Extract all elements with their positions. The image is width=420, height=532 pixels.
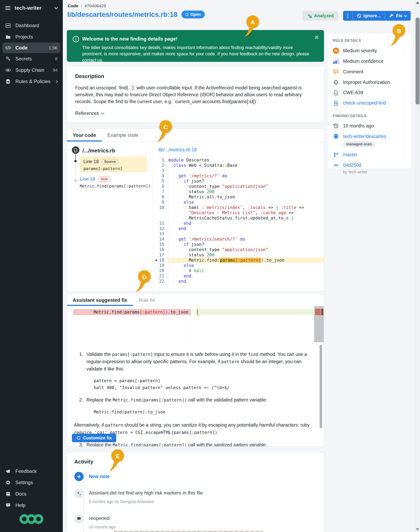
fix-panel-scrollbar[interactable] [320,345,322,428]
code-line: 17 status 200 [152,252,324,258]
description-body: Found an unscoped `find(...)` with user-… [75,84,316,105]
references-toggle[interactable]: References [75,111,316,116]
diff-minimap-scrollbar[interactable] [314,306,324,342]
book-icon [5,491,11,497]
description-card: Description Found an unscoped `find(...)… [67,66,324,123]
sidebar: tech-writer Dashboard Projects Code [0,0,63,532]
trace-connector [75,163,76,180]
activity-item: Assistant did not find any high risk mar… [74,489,316,504]
scroll-up-arrow[interactable] [416,2,419,4]
fix-diff: Metric.find(params[:pattern]).to_json [67,306,324,342]
code-line: MetricCacheStatus.first.updated_at.to_s … [152,216,324,221]
folder-icon [5,34,11,40]
document-icon [333,90,339,95]
menu-icon[interactable] [5,8,11,8]
sidebar-item-help[interactable]: ? Help [0,500,63,511]
sidebar-item-projects[interactable]: Projects [0,31,63,43]
kebab-icon [347,13,348,18]
trace-source-code: params[:pattern] [83,166,143,171]
tab-example-code[interactable]: Example code [102,129,144,141]
sidebar-item-feedback[interactable]: Feedback [0,466,63,477]
ignore-button[interactable]: Ignore... [352,11,385,21]
sparkle-check-icon [307,13,312,18]
repo-link[interactable]: tech-writer/descartes [343,134,386,139]
code-line-finding: 18 Metric.find(params[:pattern]).to_json [152,258,324,263]
sidebar-item-label: Projects [15,34,58,40]
tab-rule-fix[interactable]: Rule fix [133,295,160,306]
sidebar-item-docs[interactable]: Docs [0,488,63,500]
rule-name-link[interactable]: check-unscoped-find [343,100,386,106]
crosshair-icon [333,79,339,85]
diff-after-pane [197,306,314,342]
status-badge[interactable]: Open [181,11,205,18]
sidebar-item-label: Docs [15,491,58,497]
fix-instruction-block: 1.Validate the params[:pattern] input to… [79,351,315,373]
scroll-down-arrow[interactable] [416,528,419,530]
help-icon: ? [5,503,11,508]
code-line: 21 end [152,273,324,279]
more-actions-button[interactable] [343,11,352,21]
trace-sink-dot [74,179,77,182]
chevron-right-icon [55,80,58,83]
code-card: Your code Example code /.../metrics.rb L… [67,129,324,291]
key-icon [5,56,11,62]
code-icon [5,45,11,50]
scrollbar-thumb[interactable] [416,17,420,105]
sidebar-item-dashboard[interactable]: Dashboard [0,20,63,31]
open-circle-icon [185,13,189,16]
repo-row: tech-writer/descartes [333,134,406,139]
sidebar-item-label: Secrets [15,56,51,62]
chevron-down-icon [404,14,407,17]
fix-button[interactable]: Fix [385,11,411,21]
trace-sink-step[interactable]: Line 18 Sink Metric.find(params[:pattern… [80,176,150,188]
sidebar-item-label: Settings [15,480,58,485]
sidebar-item-secrets[interactable]: Secrets 8 [0,53,63,64]
code-line: 19 else [152,263,324,268]
breadcrumb-finding-id: #70408429 [85,3,106,8]
megaphone-icon [5,469,11,474]
chevron-down-icon [54,5,58,9]
finding-age: 10 months ago [343,123,374,129]
new-note-button[interactable]: New note [89,472,110,481]
activity-item-title: Assistant did not find any high risk mar… [89,490,203,496]
svg-text:?: ? [7,503,9,506]
code-line: 15 if json? [152,242,324,247]
file-link[interactable]: lib/.../metrics.rb:18 [159,147,197,153]
close-icon[interactable]: × [314,34,319,41]
code-line: 14 get '/metrics/search/?' do [152,236,324,242]
sidebar-item-label: Dashboard [15,23,58,28]
details-panel: RULE DETAILS M Medium severity Medium co… [328,33,412,169]
sidebar-item-label: Code [15,45,44,51]
activity-item-meta: 10 months ago [89,525,116,529]
add-note-icon[interactable]: + [74,472,84,481]
diff-added-line [197,309,314,315]
analyzed-button[interactable]: Analyzed [302,11,338,21]
dashboard-icon [5,23,11,28]
sidebar-item-code[interactable]: Code 1.5K [2,43,60,53]
trace-sink-line[interactable]: Line 18 [80,176,95,182]
welcome-banner: Welcome to the new finding details page!… [67,30,324,62]
breadcrumb-separator: › [81,3,82,9]
activity-item: reopened 10 months ago [74,514,316,529]
sidebar-item-supply-chain[interactable]: Supply Chain 94 [0,64,63,76]
customize-fix-button[interactable]: Customize fix [72,434,116,442]
vuln-class-row: Improper Authorization [333,79,406,85]
severity-medium-icon: M [333,48,339,54]
fix-card: Assistant suggested fix Rule fix Metric.… [67,294,324,446]
cwe-label: CWE-639 [343,90,363,95]
page-title[interactable]: lib/descartes/routes/metrics.rb:18 [67,11,177,18]
diff-removed-line: Metric.find(params[:pattern]).to_json [73,309,191,315]
trace-source-step[interactable]: Line 18 Source params[:pattern] [80,156,147,172]
tab-your-code[interactable]: Your code [67,129,102,141]
tab-assistant-fix[interactable]: Assistant suggested fix [67,295,133,306]
sidebar-item-rules-policies[interactable]: Rules & Policies [0,76,63,87]
org-switcher[interactable]: tech-writer [0,0,63,16]
sidebar-item-settings[interactable]: Settings [0,477,63,488]
trace-file-name[interactable]: /.../metrics.rb [82,148,115,154]
finding-details-page: tech-writer Dashboard Projects Code [0,0,420,532]
breadcrumb-code[interactable]: Code [68,3,78,8]
branch-link[interactable]: master [343,152,357,157]
diff-minimap-removed-marker [315,309,321,315]
page-scrollbar[interactable] [415,0,420,532]
commit-link[interactable]: 04d250d [343,163,361,168]
